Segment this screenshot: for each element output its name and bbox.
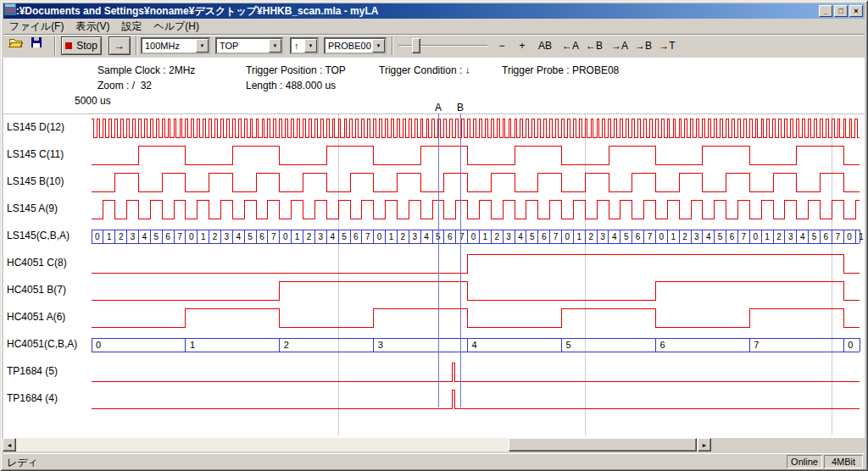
- svg-text:5: 5: [530, 232, 535, 241]
- svg-text:6: 6: [636, 232, 641, 241]
- svg-text:2: 2: [284, 340, 289, 350]
- channel-label: HC4051 A(6): [7, 311, 65, 323]
- svg-text:B: B: [457, 102, 464, 114]
- svg-text:7: 7: [365, 232, 370, 241]
- svg-text:0: 0: [95, 232, 100, 241]
- app-icon: [4, 3, 16, 15]
- scroll-left-button[interactable]: ◄: [3, 438, 16, 452]
- svg-text:2: 2: [401, 232, 406, 241]
- menu-item-view[interactable]: 表示(V): [70, 19, 115, 35]
- svg-text:5: 5: [342, 232, 347, 241]
- channel-label: LS145(C,B,A): [7, 230, 70, 241]
- svg-text:2: 2: [495, 232, 500, 241]
- open-file-button[interactable]: [8, 36, 29, 55]
- channel-label: LS145 D(12): [7, 121, 64, 133]
- horizontal-scrollbar[interactable]: ◄ ►: [3, 438, 711, 452]
- chevron-down-icon[interactable]: ▼: [304, 39, 317, 53]
- svg-text:0: 0: [753, 232, 758, 241]
- svg-text:1: 1: [859, 232, 864, 241]
- ab-span-button[interactable]: AB: [534, 36, 556, 55]
- svg-text:5: 5: [718, 232, 723, 241]
- minimize-button[interactable]: _: [819, 5, 832, 17]
- channel-label: LS145 C(11): [7, 148, 64, 160]
- trigger-edge-value: ↑: [292, 39, 304, 53]
- maximize-button[interactable]: □: [834, 5, 848, 17]
- svg-text:1: 1: [201, 232, 206, 241]
- svg-text:0: 0: [847, 232, 852, 241]
- toolbar-separator: [136, 36, 137, 55]
- toolbar: Stop → 100MHz ▼ TOP ▼ ↑ ▼ PROBE00 ▼ − + …: [3, 34, 865, 57]
- chevron-down-icon[interactable]: ▼: [372, 39, 385, 53]
- zoom-in-button[interactable]: +: [514, 36, 531, 55]
- svg-text:1: 1: [295, 232, 300, 241]
- zoom-slider-thumb[interactable]: [412, 38, 420, 53]
- move-marker-b-button[interactable]: →B: [632, 36, 654, 55]
- menu-item-help[interactable]: ヘルプ(H): [147, 19, 205, 35]
- svg-text:0: 0: [565, 232, 570, 241]
- svg-text:7: 7: [836, 232, 841, 241]
- svg-text:1: 1: [670, 232, 676, 241]
- status-bar: レディ Online 4MBit: [3, 453, 865, 468]
- svg-text:6: 6: [259, 232, 264, 241]
- menu-item-file[interactable]: ファイル(F): [3, 19, 70, 35]
- close-button[interactable]: ×: [849, 5, 863, 17]
- svg-text:5: 5: [624, 232, 629, 241]
- svg-text:3: 3: [694, 232, 699, 241]
- chevron-down-icon[interactable]: ▼: [269, 39, 281, 53]
- svg-text:0: 0: [377, 232, 382, 241]
- svg-text:2: 2: [213, 232, 218, 241]
- zoom-out-button[interactable]: −: [493, 36, 510, 55]
- waveform-panel: Sample Clock : 2MHz Trigger Position : T…: [3, 58, 865, 438]
- svg-text:4: 4: [518, 232, 523, 241]
- goto-trigger-button[interactable]: →T: [656, 36, 678, 55]
- goto-marker-a-button[interactable]: ←A: [559, 36, 581, 55]
- trigger-position-select[interactable]: TOP ▼: [215, 37, 283, 54]
- svg-text:4: 4: [330, 232, 335, 241]
- goto-marker-b-button[interactable]: ←B: [583, 36, 605, 55]
- svg-text:1: 1: [765, 232, 770, 241]
- svg-text:3: 3: [319, 232, 324, 241]
- stop-icon: [65, 42, 72, 49]
- svg-text:3: 3: [131, 232, 136, 241]
- trigger-edge-select[interactable]: ↑ ▼: [290, 37, 319, 54]
- trigger-probe-value: PROBE00: [326, 39, 372, 53]
- svg-text:3: 3: [506, 232, 511, 241]
- svg-text:4: 4: [236, 232, 242, 241]
- scrollbar-thumb[interactable]: [509, 438, 697, 452]
- svg-text:2: 2: [119, 232, 124, 241]
- waveform-plot[interactable]: 0123456701234567012345670123456701234567…: [3, 58, 865, 438]
- svg-text:4: 4: [142, 232, 147, 241]
- svg-text:6: 6: [165, 232, 170, 241]
- run-button[interactable]: →: [108, 36, 131, 55]
- menu-bar: ファイル(F)表示(V)設定ヘルプ(H): [3, 19, 865, 34]
- svg-text:6: 6: [824, 232, 829, 241]
- save-file-button[interactable]: [31, 36, 51, 55]
- svg-text:0: 0: [189, 232, 194, 241]
- chevron-down-icon[interactable]: ▼: [196, 39, 209, 53]
- trigger-probe-select[interactable]: PROBE00 ▼: [324, 37, 387, 54]
- sample-clock-value: 100MHz: [142, 39, 196, 53]
- channel-label: LS145 A(9): [7, 202, 58, 214]
- channel-label: HC4051 C(8): [7, 257, 67, 269]
- svg-text:2: 2: [307, 232, 312, 241]
- svg-text:7: 7: [271, 232, 276, 241]
- status-online-badge: Online: [787, 455, 822, 468]
- channel-label: LS145 B(10): [7, 175, 64, 187]
- title-bar[interactable]: C:¥Documents and Settings¥noname¥デスクトップ¥…: [3, 3, 865, 19]
- channel-label: HC4051 B(7): [7, 284, 66, 296]
- svg-text:4: 4: [424, 232, 429, 241]
- svg-text:5: 5: [248, 232, 253, 241]
- svg-text:7: 7: [177, 232, 182, 241]
- svg-text:0: 0: [848, 340, 853, 350]
- svg-text:7: 7: [648, 232, 653, 241]
- svg-text:3: 3: [600, 232, 605, 241]
- svg-text:1: 1: [190, 340, 195, 350]
- svg-text:6: 6: [730, 232, 735, 241]
- move-marker-a-button[interactable]: →A: [609, 36, 631, 55]
- svg-text:3: 3: [412, 232, 417, 241]
- scroll-right-button[interactable]: ►: [698, 438, 711, 452]
- svg-text:1: 1: [483, 232, 488, 241]
- sample-clock-select[interactable]: 100MHz ▼: [141, 37, 210, 54]
- menu-item-settings[interactable]: 設定: [115, 19, 147, 35]
- stop-button[interactable]: Stop: [61, 36, 102, 55]
